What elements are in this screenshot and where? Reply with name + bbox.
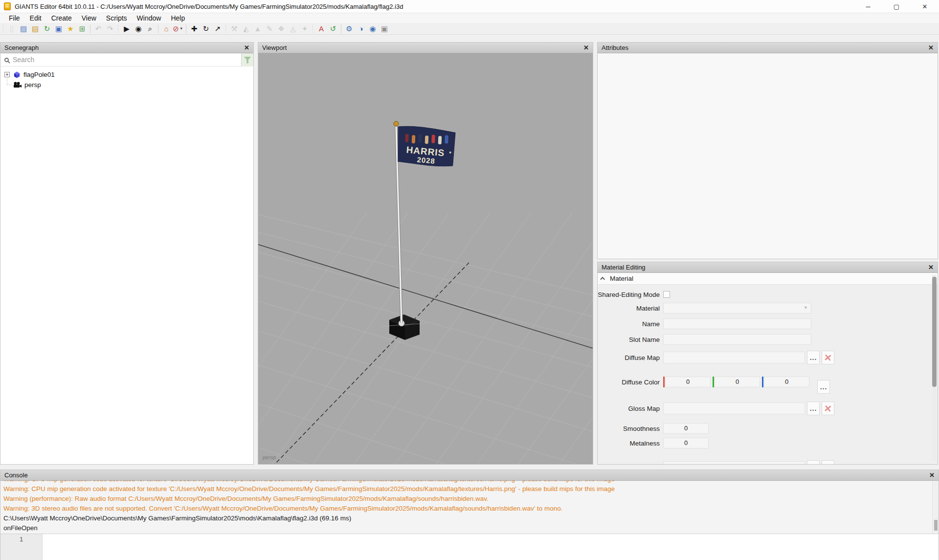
tree-item-flagPole01[interactable]: +flagPole01 [0,69,253,80]
visibility-icon[interactable]: ◉ [133,23,144,34]
normal-map-browse-button[interactable]: ... [807,460,820,464]
name-row: Name [598,318,938,330]
reload-file-icon[interactable]: ↻ [42,23,52,34]
save-icon[interactable]: ▣ [53,23,64,34]
diffuse-color-b-field[interactable]: 0 [764,377,809,387]
maximize-button[interactable]: ▢ [882,0,911,13]
gloss-map-field[interactable] [663,403,805,414]
material-editing-close-icon[interactable]: ✕ [928,264,934,271]
camera-mode-icon[interactable]: ◑ [356,23,366,34]
material-select[interactable]: ▼ [663,303,811,314]
gloss-map-clear-button[interactable]: ✕ [822,402,834,415]
menu-view[interactable]: View [77,14,101,22]
menu-help[interactable]: Help [166,14,190,22]
terrain-paint-icon: ✎ [264,23,275,34]
gloss-map-row: Gloss Map ... ✕ [598,401,938,416]
console-scrollbar[interactable] [932,481,939,534]
tree-connector [0,80,13,90]
shared-editing-mode-checkbox[interactable] [663,291,670,298]
viewport-header: Viewport ✕ [258,43,593,53]
console-close-icon[interactable]: ✕ [929,471,935,479]
diffuse-map-row: Diffuse Map ... ✕ [598,350,938,365]
console-header: Console ✕ [0,470,939,481]
physics-toggle-icon[interactable]: ⚙ [344,23,355,34]
metalness-label: Metalness [598,440,660,447]
flag-base [381,314,426,340]
normal-map-label: Normal Map [598,464,660,465]
attributes-panel: Attributes ✕ [597,42,938,259]
terrain-sculpt-icon: ⚒ [229,23,240,34]
text-tool-icon[interactable]: A [316,23,327,34]
material-editing-header: Material Editing ✕ [598,262,938,273]
edit-scene-icon[interactable]: ▤ [30,23,41,34]
export-icon[interactable]: ★ [65,23,76,34]
diffuse-color-picker-button[interactable]: ... [817,380,830,394]
minimize-button[interactable]: ─ [854,0,882,13]
toolbar-separator [225,24,227,33]
script-input-area[interactable] [43,534,939,560]
viewport-3d-scene[interactable]: HARRIS 2028 persp [258,53,593,464]
material-scrollbar-thumb[interactable] [932,277,937,387]
console-scrollbar-thumb[interactable] [934,520,938,531]
slot-name-field[interactable] [663,334,811,345]
name-label: Name [598,320,660,328]
material-scrollbar[interactable] [932,275,937,461]
terrain-home-icon[interactable]: ⌂ [161,23,172,34]
menu-edit[interactable]: Edit [25,14,46,22]
diffuse-map-clear-button[interactable]: ✕ [822,351,834,364]
diffuse-color-g-field[interactable]: 0 [715,377,760,387]
metalness-field[interactable]: 0 [663,438,709,448]
menu-create[interactable]: Create [46,14,77,22]
shared-editing-mode-label: Shared-Editing Mode [598,291,660,298]
slot-name-label: Slot Name [598,336,660,343]
name-field[interactable] [663,318,811,329]
terrain-smooth-icon: ◭ [241,23,251,34]
close-button[interactable]: ✕ [911,0,939,13]
filter-button[interactable] [241,53,253,67]
menu-window[interactable]: Window [132,14,166,22]
viewport-close-icon[interactable]: ✕ [583,44,589,51]
tree-item-label: persp [24,81,41,89]
scenegraph-header: Scenegraph ✕ [0,43,253,53]
normal-map-clear-button[interactable]: ✕ [822,460,834,464]
scenegraph-close-icon[interactable]: ✕ [244,44,249,51]
move-tool-icon[interactable]: ✚ [189,23,200,34]
paint-mode-icon[interactable]: ⊘▼ [173,23,183,34]
scenegraph-search-row: ✕ [0,53,253,67]
console-line: Warning: CPU mip generation code activat… [3,481,932,484]
attributes-title: Attributes [602,44,628,51]
normal-map-field[interactable] [663,461,805,464]
refresh-scene-icon[interactable]: ↺ [328,23,338,34]
menu-file[interactable]: File [4,14,25,22]
diffuse-map-browse-button[interactable]: ... [807,351,820,364]
material-section-header[interactable]: Material [598,273,938,285]
attributes-close-icon[interactable]: ✕ [928,44,934,51]
smoothness-field[interactable]: 0 [663,423,709,434]
console-line: Warning: CPU mip generation code activat… [3,484,932,494]
diffuse-color-r-field[interactable]: 0 [665,377,711,387]
play-icon[interactable]: ▶ [121,23,132,34]
rotate-tool-icon[interactable]: ↻ [201,23,211,34]
gloss-map-browse-button[interactable]: ... [807,402,820,415]
shared-editing-mode-row: Shared-Editing Mode [598,290,938,299]
chevron-down-icon[interactable]: ▼ [179,23,183,34]
render-settings-icon[interactable]: ◉ [367,23,378,34]
search-input[interactable] [13,56,242,64]
material-row: Material ▼ [598,302,938,314]
scenegraph-tree: +flagPole01persp [0,67,253,90]
menu-scripts[interactable]: Scripts [101,14,132,22]
diffuse-map-field[interactable] [663,352,805,363]
material-editing-body: Material Shared-Editing Mode Material ▼ … [598,273,938,464]
tree-item-persp[interactable]: persp [0,80,253,90]
zoom-tool-icon[interactable]: ⌕ [145,23,156,34]
console-log[interactable]: Warning: CPU mip generation code activat… [0,481,939,534]
undo-icon: ↶ [93,23,104,34]
open-file-icon[interactable]: ▨ [18,23,29,34]
script-editor-icon[interactable]: ▣ [379,23,390,34]
smoothness-label: Smoothness [598,425,660,432]
import-icon[interactable]: ⊞ [77,23,88,34]
cube-icon [13,71,21,79]
giants-app-icon [4,2,11,10]
scale-tool-icon[interactable]: ↗ [212,23,223,34]
console-line: Warning: 3D stereo audio files are not s… [3,504,932,514]
